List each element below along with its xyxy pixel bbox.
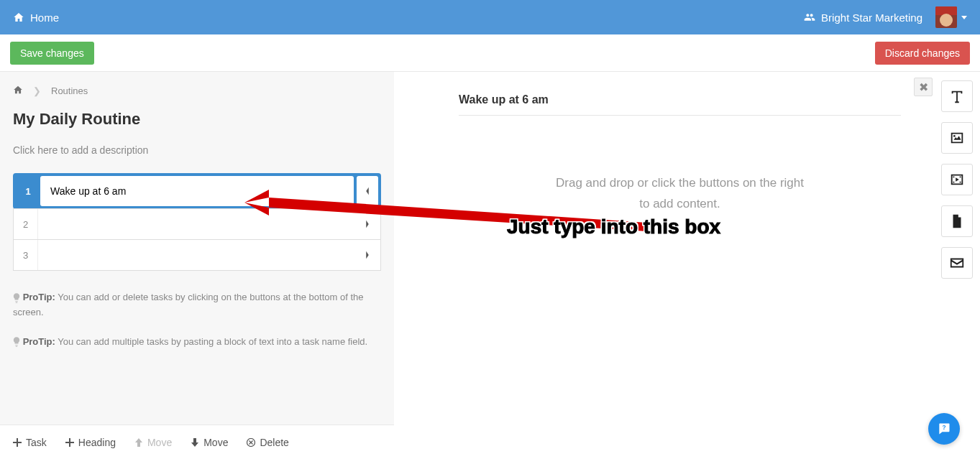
top-nav: Home Bright Star Marketing (0, 0, 980, 34)
move-down-button[interactable]: Move (191, 437, 228, 448)
task-toolbar: Task Heading Move Move Delete (0, 425, 394, 459)
close-panel-button[interactable]: ✖ (914, 78, 933, 96)
add-email-button[interactable] (941, 247, 973, 279)
breadcrumb: ❯ Routines (13, 85, 381, 97)
svg-point-1 (953, 135, 956, 137)
home-icon (13, 11, 24, 23)
task-name-input[interactable] (48, 218, 344, 230)
task-row[interactable]: 1 (13, 173, 381, 209)
task-list: 1 2 3 (13, 173, 381, 271)
file-icon (949, 213, 965, 229)
user-menu[interactable] (935, 6, 967, 28)
add-heading-button[interactable]: Heading (65, 437, 116, 448)
envelope-icon (949, 255, 965, 271)
action-bar: Save changes Discard changes (0, 34, 980, 72)
help-button[interactable]: ? (928, 413, 960, 445)
delete-button[interactable]: Delete (247, 437, 288, 448)
image-icon (949, 130, 965, 146)
arrow-up-icon (134, 438, 143, 447)
drop-hint: Drag and drop or click the buttons on th… (459, 173, 901, 215)
delete-icon (247, 438, 255, 447)
chat-help-icon: ? (937, 422, 951, 436)
discard-button[interactable]: Discard changes (875, 42, 970, 65)
text-icon (949, 88, 965, 104)
home-link[interactable]: Home (13, 11, 59, 24)
caret-down-icon (961, 16, 967, 19)
org-label: Bright Star Marketing (821, 11, 922, 24)
task-expand-toggle[interactable] (354, 240, 380, 270)
chevron-right-icon: ❯ (33, 85, 41, 96)
add-text-button[interactable] (941, 80, 973, 112)
protip-item: ProTip: You can add multiple tasks by pa… (13, 335, 381, 350)
add-task-button[interactable]: Task (13, 437, 47, 448)
content-panel: ✖ Wake up at 6 am Drag and drop or click… (394, 72, 980, 459)
task-collapse-toggle[interactable] (357, 176, 378, 206)
task-number: 1 (16, 176, 40, 206)
task-row[interactable]: 3 (13, 239, 381, 271)
task-expand-toggle[interactable] (354, 209, 380, 239)
video-icon (949, 172, 965, 187)
lightbulb-icon (13, 293, 20, 303)
task-number: 3 (14, 240, 38, 270)
avatar (935, 6, 957, 28)
breadcrumb-home[interactable] (13, 85, 23, 97)
home-icon (13, 85, 23, 95)
save-button[interactable]: Save changes (10, 42, 94, 65)
add-file-button[interactable] (941, 205, 973, 237)
plus-icon (13, 438, 22, 447)
org-link[interactable]: Bright Star Marketing (804, 11, 922, 24)
chevron-left-icon (364, 186, 371, 196)
task-name-input[interactable] (48, 249, 344, 261)
home-label: Home (30, 11, 59, 24)
arrow-down-icon (191, 438, 199, 447)
lightbulb-icon (13, 337, 20, 347)
chevron-right-icon (364, 219, 371, 229)
plus-icon (65, 438, 74, 447)
protips: ProTip: You can add or delete tasks by c… (13, 290, 381, 349)
protip-item: ProTip: You can add or delete tasks by c… (13, 290, 381, 320)
task-number: 2 (14, 209, 38, 239)
page-title[interactable]: My Daily Routine (13, 110, 381, 129)
group-icon (804, 11, 815, 23)
breadcrumb-current: Routines (51, 85, 88, 96)
task-name-input[interactable] (50, 185, 344, 197)
add-image-button[interactable] (941, 122, 973, 154)
description-field[interactable]: Click here to add a description (13, 144, 381, 156)
chevron-right-icon (364, 250, 371, 260)
move-up-button[interactable]: Move (134, 437, 172, 448)
close-icon: ✖ (919, 80, 928, 94)
svg-text:?: ? (942, 424, 945, 431)
task-row[interactable]: 2 (13, 208, 381, 240)
content-title[interactable]: Wake up at 6 am (459, 93, 901, 116)
content-type-toolbar (941, 80, 973, 279)
left-panel: ❯ Routines My Daily Routine Click here t… (0, 72, 394, 459)
add-video-button[interactable] (941, 164, 973, 195)
